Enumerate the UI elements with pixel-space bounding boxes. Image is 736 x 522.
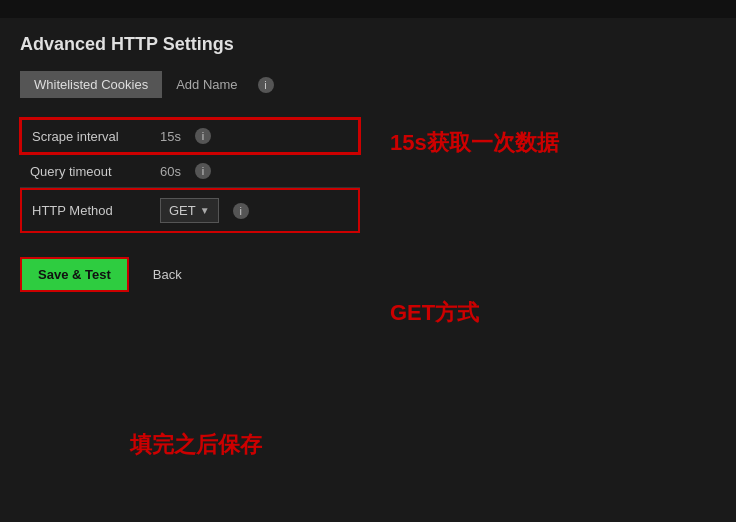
scrape-interval-label: Scrape interval [20, 118, 150, 154]
scrape-interval-info-icon[interactable]: i [195, 128, 211, 144]
main-content: Advanced HTTP Settings Whitelisted Cooki… [0, 18, 736, 308]
tabs-row: Whitelisted Cookies Add Name i [20, 71, 716, 98]
http-method-dropdown[interactable]: GET ▼ [160, 198, 219, 223]
dropdown-arrow-icon: ▼ [200, 205, 210, 216]
scrape-interval-row: Scrape interval 15s i [20, 118, 360, 154]
top-bar [0, 0, 736, 18]
tabs-info-icon[interactable]: i [258, 77, 274, 93]
settings-table: Scrape interval 15s i Query timeout 60s … [20, 118, 360, 233]
http-method-info-icon[interactable]: i [233, 203, 249, 219]
scrape-interval-value-cell: 15s i [150, 118, 360, 154]
annotation-scrape: 15s获取一次数据 [390, 128, 559, 158]
annotation-method: GET方式 [390, 298, 479, 328]
http-method-value-cell: GET ▼ i [150, 188, 360, 233]
back-button[interactable]: Back [141, 259, 194, 290]
query-timeout-label: Query timeout [20, 154, 150, 188]
query-timeout-info-icon[interactable]: i [195, 163, 211, 179]
query-timeout-row: Query timeout 60s i [20, 154, 360, 188]
save-test-button[interactable]: Save & Test [20, 257, 129, 292]
section-title: Advanced HTTP Settings [20, 34, 716, 55]
query-timeout-value-cell: 60s i [150, 154, 360, 188]
button-row: Save & Test Back [20, 257, 716, 292]
http-method-selected-value: GET [169, 203, 196, 218]
http-method-label: HTTP Method [20, 188, 150, 233]
scrape-interval-value: 15s [160, 129, 181, 144]
http-method-row: HTTP Method GET ▼ i [20, 188, 360, 233]
tab-add-name[interactable]: Add Name [162, 71, 251, 98]
tab-whitelisted-cookies[interactable]: Whitelisted Cookies [20, 71, 162, 98]
query-timeout-value: 60s [160, 164, 181, 179]
settings-area: Scrape interval 15s i Query timeout 60s … [20, 118, 360, 233]
annotation-save: 填完之后保存 [130, 430, 262, 460]
